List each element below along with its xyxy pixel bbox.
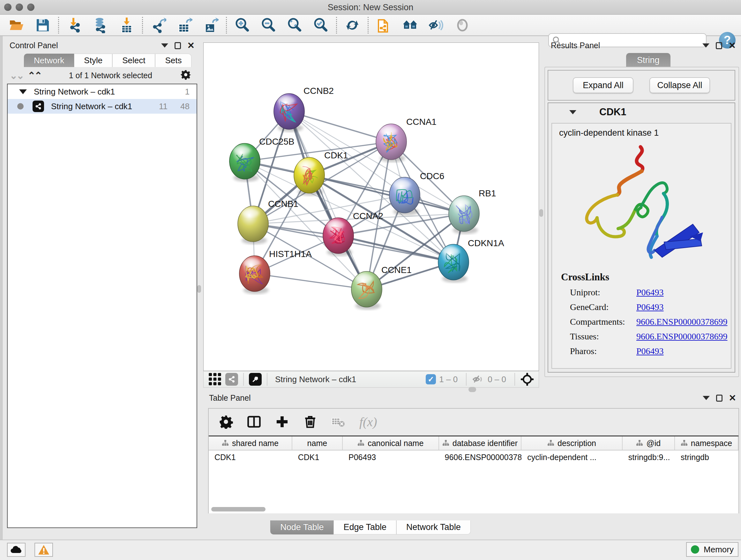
crosslink-value-link[interactable]: P06493	[636, 287, 664, 298]
share-view-icon[interactable]	[225, 373, 238, 386]
cloud-status-button[interactable]	[7, 543, 25, 557]
import-network-file-icon[interactable]	[66, 17, 83, 34]
network-row[interactable]: String Network – cdk1 11 48	[8, 99, 197, 114]
node-CCNA1[interactable]	[376, 124, 407, 162]
apply-layout-icon[interactable]	[344, 17, 360, 34]
column-header-description[interactable]: description	[522, 436, 622, 450]
open-session-icon[interactable]	[8, 17, 25, 34]
float-panel-icon[interactable]	[716, 395, 723, 401]
expand-all-icon[interactable]: ⌃⌃	[27, 70, 41, 81]
crosslink-value-link[interactable]: 9606.ENSP00000378699	[636, 331, 727, 341]
show-columns-icon[interactable]	[247, 415, 261, 429]
string-network-graph[interactable]: CCNB2CCNA1CDC25BCDK1CDC6RB1CCNB1CCNA2CDK…	[204, 43, 539, 371]
table-cell[interactable]: CDK1	[292, 450, 343, 464]
table-cell[interactable]: CDK1	[209, 450, 292, 464]
node-table[interactable]: shared namenamecanonical namedatabase id…	[209, 435, 738, 513]
tab-node-table[interactable]: Node Table	[270, 520, 333, 535]
selected-checkbox-icon[interactable]: ✓	[426, 374, 436, 384]
function-builder-icon[interactable]: f(x)	[359, 415, 377, 429]
protein-section-header[interactable]: CDK1	[548, 103, 735, 121]
table-row[interactable]: CDK1CDK1P064939606.ENSP00000378699cyclin…	[209, 450, 738, 464]
float-panel-icon[interactable]	[716, 42, 722, 49]
column-header-database-identifier[interactable]: database identifier	[439, 436, 522, 450]
close-panel-icon[interactable]: ✕	[729, 42, 736, 49]
column-header--id[interactable]: @id	[623, 436, 675, 450]
network-collection-row[interactable]: String Network – cdk1 1	[8, 84, 197, 99]
tab-string[interactable]: String	[626, 53, 670, 67]
memory-button[interactable]: Memory	[686, 542, 738, 557]
node-CDKN1A[interactable]	[438, 244, 469, 283]
view-grid-icon[interactable]	[208, 372, 222, 386]
node-CCNE1[interactable]	[351, 271, 382, 310]
node-HIST1H1A[interactable]	[239, 256, 270, 294]
edge-HIST1H1A-CCNE1[interactable]	[255, 273, 367, 289]
node-CDK1[interactable]	[294, 158, 325, 196]
network-canvas[interactable]: CCNB2CCNA1CDC25BCDK1CDC6RB1CCNB1CCNA2CDK…	[203, 43, 539, 371]
close-panel-icon[interactable]: ✕	[187, 42, 195, 49]
tab-select[interactable]: Select	[112, 54, 155, 67]
add-column-icon[interactable]	[275, 415, 289, 429]
table-cell[interactable]: cyclin-dependent ...	[522, 450, 622, 464]
node-CCNA2[interactable]	[323, 218, 354, 256]
node-CCNB1[interactable]	[238, 206, 268, 244]
collapse-panel-icon[interactable]	[161, 44, 168, 48]
table-cell[interactable]: stringdb	[675, 450, 738, 464]
delete-table-icon[interactable]	[331, 415, 345, 429]
zoom-in-icon[interactable]	[234, 17, 251, 34]
edge-CCNB2-CCNE1[interactable]	[289, 111, 367, 289]
crosslink-value-link[interactable]: 9606.ENSP00000378699	[636, 317, 727, 327]
crosslink-value-link[interactable]: P06493	[636, 346, 664, 356]
tab-edge-table[interactable]: Edge Table	[333, 520, 396, 535]
node-CCNB2[interactable]	[274, 94, 305, 132]
network-document-icon[interactable]	[376, 17, 392, 34]
node-RB1[interactable]	[449, 196, 479, 234]
edge-CCNA2-CDKN1A[interactable]	[338, 236, 454, 262]
tab-style[interactable]: Style	[74, 54, 112, 67]
import-table-icon[interactable]	[118, 17, 135, 34]
hide-graphics-details-icon[interactable]	[428, 17, 445, 34]
import-network-database-icon[interactable]	[92, 17, 109, 34]
collapse-panel-icon[interactable]	[702, 44, 710, 48]
tree-expander-icon[interactable]	[19, 89, 27, 94]
left-splitter-grip[interactable]	[197, 285, 201, 293]
section-expander-icon[interactable]	[569, 110, 576, 114]
delete-column-icon[interactable]	[303, 415, 317, 429]
close-panel-icon[interactable]: ✕	[729, 395, 736, 401]
column-header-name[interactable]: name	[292, 436, 343, 450]
export-network-icon[interactable]	[150, 17, 166, 34]
tab-sets[interactable]: Sets	[155, 54, 192, 67]
table-cell[interactable]: stringdb:9...	[623, 450, 675, 464]
crosslink-value-link[interactable]: P06493	[636, 302, 664, 312]
string-home-icon[interactable]	[402, 17, 418, 34]
right-splitter-grip[interactable]	[539, 209, 543, 217]
column-header-namespace[interactable]: namespace	[675, 436, 738, 450]
collapse-all-button[interactable]: Collapse All	[650, 77, 710, 93]
edge-CDK1-RB1[interactable]	[309, 175, 464, 213]
column-header-shared-name[interactable]: shared name	[209, 436, 292, 450]
float-panel-icon[interactable]	[175, 42, 181, 49]
node-CDC6[interactable]	[389, 177, 420, 215]
save-session-icon[interactable]	[35, 17, 51, 34]
column-header-canonical-name[interactable]: canonical name	[343, 436, 439, 450]
export-image-icon[interactable]	[202, 17, 219, 34]
zoom-out-icon[interactable]	[260, 17, 277, 34]
table-cell[interactable]: 9606.ENSP00000378699	[439, 450, 522, 464]
zoom-fit-icon[interactable]	[286, 17, 303, 34]
tab-network-table[interactable]: Network Table	[396, 520, 471, 535]
network-options-gear-icon[interactable]	[180, 69, 192, 82]
collapse-all-icon[interactable]: ⌄⌄	[10, 70, 23, 81]
table-cell[interactable]: P06493	[343, 450, 439, 464]
warning-button[interactable]	[35, 543, 53, 557]
fit-selected-crosshair-icon[interactable]	[520, 372, 534, 386]
birdseye-view-icon[interactable]	[249, 373, 262, 386]
show-graphics-details-icon[interactable]	[454, 17, 471, 34]
node-CDC25B[interactable]	[229, 143, 260, 182]
table-options-gear-icon[interactable]	[219, 415, 233, 429]
collapse-panel-icon[interactable]	[703, 396, 710, 400]
edge-CCNB2-CCNA1[interactable]	[289, 111, 391, 142]
hidden-eye-icon[interactable]	[472, 373, 484, 386]
table-hscrollbar[interactable]	[211, 507, 266, 511]
expand-all-button[interactable]: Expand All	[573, 77, 633, 93]
export-table-icon[interactable]	[176, 17, 193, 34]
zoom-selected-icon[interactable]	[313, 17, 329, 34]
